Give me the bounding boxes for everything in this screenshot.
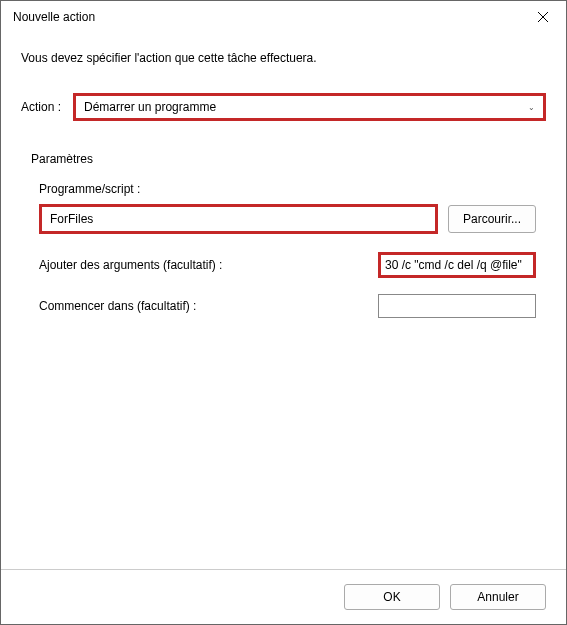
startin-input[interactable] (378, 294, 536, 318)
program-section: Programme/script : Parcourir... Ajouter … (31, 182, 536, 318)
dialog-footer: OK Annuler (1, 569, 566, 624)
chevron-down-icon: ⌄ (528, 103, 535, 112)
parameters-legend: Paramètres (31, 152, 536, 166)
parameters-fieldset: Paramètres Programme/script : Parcourir.… (21, 139, 546, 569)
instruction-text: Vous devez spécifier l'action que cette … (21, 51, 546, 65)
startin-row: Commencer dans (facultatif) : (39, 294, 536, 318)
dialog-content: Vous devez spécifier l'action que cette … (1, 33, 566, 569)
window-title: Nouvelle action (13, 10, 95, 24)
startin-label: Commencer dans (facultatif) : (39, 299, 196, 313)
browse-button[interactable]: Parcourir... (448, 205, 536, 233)
action-row: Action : Démarrer un programme ⌄ (21, 93, 546, 121)
action-dropdown-value: Démarrer un programme (84, 100, 216, 114)
program-input[interactable] (39, 204, 438, 234)
action-label: Action : (21, 100, 61, 114)
arguments-label: Ajouter des arguments (facultatif) : (39, 258, 222, 272)
cancel-button[interactable]: Annuler (450, 584, 546, 610)
close-button[interactable] (520, 1, 566, 33)
program-label: Programme/script : (39, 182, 536, 196)
arguments-row: Ajouter des arguments (facultatif) : (39, 252, 536, 278)
arguments-input[interactable] (378, 252, 536, 278)
ok-button[interactable]: OK (344, 584, 440, 610)
program-row: Parcourir... (39, 204, 536, 234)
dialog-window: Nouvelle action Vous devez spécifier l'a… (0, 0, 567, 625)
action-dropdown[interactable]: Démarrer un programme ⌄ (73, 93, 546, 121)
titlebar: Nouvelle action (1, 1, 566, 33)
close-icon (538, 12, 548, 22)
